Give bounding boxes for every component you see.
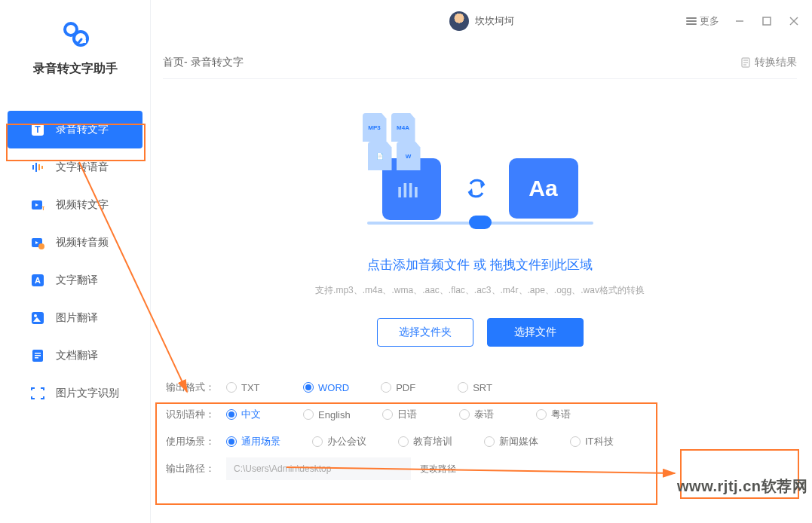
nav-label: 视频转音频	[56, 236, 109, 249]
language-option[interactable]: 粤语	[536, 408, 581, 421]
nav-audio-to-text[interactable]: T 录音转文字	[8, 111, 142, 148]
svg-text:T: T	[35, 124, 41, 135]
language-option[interactable]: 日语	[382, 408, 427, 421]
scene-option[interactable]: 教育培训	[398, 435, 452, 448]
radio-icon	[484, 436, 495, 447]
radio-icon	[398, 436, 409, 447]
radio-icon	[459, 409, 470, 420]
upload-illustration: MP3 M4A ıllı 📄 W Aa	[360, 113, 601, 234]
nav-label: 录音转文字	[56, 123, 109, 136]
result-link[interactable]: 转换结果	[740, 56, 797, 69]
breadcrumb-bar: 首页- 录音转文字 转换结果	[163, 56, 797, 79]
svg-rect-6	[35, 163, 37, 172]
minimize-button[interactable]	[733, 14, 746, 28]
format-option[interactable]: SRT	[458, 382, 503, 393]
swap-icon	[461, 173, 492, 203]
language-option[interactable]: 泰语	[459, 408, 504, 421]
svg-rect-21	[35, 353, 41, 354]
change-path-button[interactable]: 更改路径	[420, 463, 456, 476]
scene-option[interactable]: 新闻媒体	[484, 435, 538, 448]
ocr-icon	[30, 386, 45, 401]
nav-text-translate[interactable]: A 文字翻译	[0, 262, 150, 299]
nav-ocr[interactable]: 图片文字识别	[0, 375, 150, 412]
upload-title: 点击添加音频文件 或 拖拽文件到此区域	[163, 256, 797, 274]
language-row: 识别语种： 中文English日语泰语粤语	[166, 401, 794, 428]
username: 坎坎坷坷	[475, 14, 514, 28]
scene-option[interactable]: 通用场景	[226, 435, 280, 448]
nav-text-to-speech[interactable]: 文字转语音	[0, 148, 150, 186]
video-audio-icon	[30, 235, 45, 250]
language-option[interactable]: 中文	[226, 408, 271, 421]
svg-point-14	[38, 243, 44, 249]
waveform-icon	[30, 160, 45, 175]
nav-list: T 录音转文字 文字转语音 T 视频转文字 视频转音频 A 文字翻译 图片翻译 …	[0, 88, 150, 412]
menu-icon	[686, 17, 697, 25]
svg-rect-23	[35, 357, 38, 359]
scene-option[interactable]: IT科技	[570, 435, 615, 448]
nav-label: 图片翻译	[56, 311, 98, 325]
nav-image-translate[interactable]: 图片翻译	[0, 299, 150, 337]
nav-label: 文档翻译	[56, 349, 98, 362]
upload-area[interactable]: MP3 M4A ıllı 📄 W Aa 点击添加音频文件 或 拖拽文件到此区域 …	[163, 83, 797, 362]
main-panel: MP3 M4A ıllı 📄 W Aa 点击添加音频文件 或 拖拽文件到此区域 …	[163, 83, 797, 508]
video-text-icon: T	[30, 197, 45, 213]
maximize-button[interactable]	[760, 14, 774, 28]
close-button[interactable]	[787, 14, 801, 28]
svg-text:T: T	[41, 205, 44, 212]
watermark: www.rjtj.cn软荐网	[677, 476, 807, 497]
nav-video-to-audio[interactable]: 视频转音频	[0, 224, 150, 262]
output-path-input[interactable]	[226, 457, 411, 480]
document-icon	[740, 57, 751, 68]
svg-rect-17	[32, 312, 44, 324]
app-logo-icon	[60, 19, 90, 49]
app-title: 录音转文字助手	[0, 61, 150, 77]
svg-rect-5	[32, 165, 34, 170]
radio-icon	[226, 409, 237, 420]
nav-label: 文字转语音	[56, 161, 109, 174]
upload-hint: 支持.mp3、.m4a、.wma、.aac、.flac、.ac3、.m4r、.a…	[163, 284, 797, 297]
radio-icon	[536, 409, 547, 420]
doc-icon: 📄	[368, 142, 392, 170]
svg-rect-25	[763, 17, 771, 25]
logo-area: 录音转文字助手	[0, 0, 150, 88]
more-button[interactable]: 更多	[686, 14, 719, 28]
radio-icon	[570, 436, 581, 447]
radio-icon	[303, 409, 314, 420]
scene-option[interactable]: 办公会议	[312, 435, 366, 448]
nav-video-to-text[interactable]: T 视频转文字	[0, 186, 150, 224]
format-option[interactable]: TXT	[226, 382, 271, 393]
select-folder-button[interactable]: 选择文件夹	[377, 318, 473, 347]
svg-text:A: A	[35, 276, 41, 285]
word-icon: W	[397, 142, 421, 170]
nav-label: 视频转文字	[56, 198, 109, 212]
radio-icon	[458, 382, 468, 393]
nav-label: 图片文字识别	[56, 387, 119, 400]
svg-rect-22	[35, 355, 41, 356]
translate-image-icon	[30, 310, 45, 326]
radio-icon	[381, 382, 391, 393]
translate-text-icon: A	[30, 273, 45, 288]
options-panel: 输出格式： TXTWORDPDFSRT 识别语种： 中文English日语泰语粤…	[163, 374, 797, 482]
nav-doc-translate[interactable]: 文档翻译	[0, 337, 150, 375]
radio-icon	[226, 382, 237, 393]
format-option[interactable]: PDF	[381, 382, 426, 393]
format-option[interactable]: WORD	[303, 382, 349, 393]
svg-rect-8	[41, 166, 43, 169]
sidebar: 录音转文字助手 T 录音转文字 文字转语音 T 视频转文字 视频转音频 A 文字…	[0, 0, 151, 523]
waveform-icon: ıllı	[397, 179, 419, 203]
header: 坎坎坷坷 更多	[151, 0, 812, 42]
user-area[interactable]: 坎坎坷坷	[449, 11, 514, 31]
nav-label: 文字翻译	[56, 274, 98, 287]
radio-icon	[226, 436, 237, 447]
translate-doc-icon	[30, 348, 45, 363]
select-file-button[interactable]: 选择文件	[487, 318, 584, 347]
svg-rect-7	[38, 164, 40, 170]
format-row: 输出格式： TXTWORDPDFSRT	[166, 374, 794, 401]
header-actions: 更多	[686, 14, 801, 28]
breadcrumb: 首页- 录音转文字	[163, 56, 244, 69]
language-option[interactable]: English	[303, 409, 351, 421]
radio-icon	[312, 436, 323, 447]
scene-row: 使用场景： 通用场景办公会议教育培训新闻媒体IT科技	[166, 428, 794, 455]
radio-icon	[382, 409, 393, 420]
text-icon: T	[30, 122, 45, 137]
